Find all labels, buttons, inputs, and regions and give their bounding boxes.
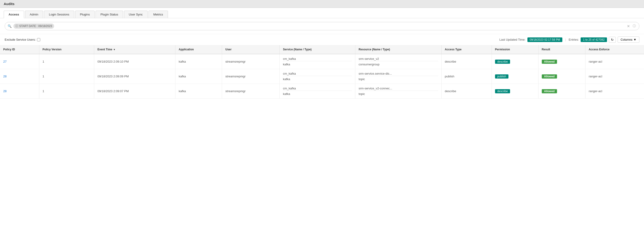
cell-permission: describe — [492, 84, 538, 99]
search-info-icon[interactable]: ⓘ — [633, 24, 636, 28]
cell-user: streamsrepmgr — [222, 84, 280, 99]
cell-policy-version: 1 — [39, 69, 94, 84]
cell-policy-id: 27 — [0, 54, 39, 69]
page-header: Audits — [0, 0, 644, 8]
service-name-item: kafka — [283, 77, 352, 81]
search-icon: 🔍 — [8, 24, 12, 28]
col-policy-version: Policy Version — [39, 45, 94, 54]
col-application: Application — [175, 45, 222, 54]
resource-name-item: topic — [358, 92, 438, 96]
result-badge: Allowed — [542, 60, 557, 64]
cell-access-enforce: ranger-acl — [585, 69, 644, 84]
cell-application: kafka — [175, 84, 222, 99]
right-controls: Last Updated Time: 09/18/2023 02:17:58 P… — [500, 36, 639, 43]
service-name-item: cm_kafka — [283, 86, 352, 91]
col-user: User — [222, 45, 280, 54]
col-policy-id: Policy ID — [0, 45, 39, 54]
tab-user-sync[interactable]: User Sync — [124, 11, 148, 18]
columns-label: Columns — [621, 38, 632, 41]
cell-application: kafka — [175, 69, 222, 84]
service-name-item: kafka — [283, 62, 352, 66]
cell-permission: describe — [492, 54, 538, 69]
tab-admin[interactable]: Admin — [25, 11, 43, 18]
columns-dropdown-icon: ▼ — [633, 38, 636, 41]
cell-event-time: 09/18/2023 2:09:07 PM — [94, 84, 175, 99]
tab-login-sessions[interactable]: Login Sessions — [44, 11, 74, 18]
table-container: Policy ID Policy Version Event Time▼ App… — [0, 45, 644, 99]
cell-access-type: publish — [441, 69, 492, 84]
table-row: 28109/18/2023 2:09:07 PMkafkastreamsrepm… — [0, 84, 644, 99]
permission-badge: publish — [495, 74, 508, 78]
cell-result: Allowed — [538, 69, 585, 84]
cell-event-time: 09/18/2023 2:09:10 PM — [94, 54, 175, 69]
cell-resource: srm-service_v2consumergroup — [355, 54, 442, 69]
policy-id-link[interactable]: 28 — [3, 75, 6, 78]
filter-tag-start-date[interactable]: ⓧ START DATE : 09/18/2023 — [14, 23, 54, 29]
policy-id-link[interactable]: 27 — [3, 60, 6, 63]
search-clear-icon[interactable]: ✕ — [627, 24, 630, 28]
result-badge: Allowed — [542, 74, 557, 78]
cell-access-enforce: ranger-acl — [585, 84, 644, 99]
col-result: Result — [538, 45, 585, 54]
col-service: Service (Name / Type) — [280, 45, 355, 54]
table-row: 27109/18/2023 2:09:10 PMkafkastreamsrepm… — [0, 54, 644, 69]
cell-result: Allowed — [538, 54, 585, 69]
tab-access[interactable]: Access — [4, 11, 24, 18]
cell-event-time: 09/18/2023 2:09:09 PM — [94, 69, 175, 84]
sort-arrow-event-time: ▼ — [113, 48, 116, 51]
cell-user: streamsrepmgr — [222, 69, 280, 84]
separator: | — [565, 38, 566, 41]
entries-label: Entries: — [568, 38, 579, 41]
cell-service: cm_kafkakafka — [280, 69, 355, 84]
filter-remove-icon[interactable]: ⓧ — [15, 24, 18, 28]
col-access-enforce: Access Enforce — [585, 45, 644, 54]
filter-tag-label: START DATE : 09/18/2023 — [19, 24, 52, 28]
cell-policy-id: 28 — [0, 84, 39, 99]
cell-resource: srm-service.service-dis...topic — [355, 69, 442, 84]
permission-badge: describe — [495, 60, 510, 64]
permission-badge: describe — [495, 89, 510, 93]
cell-application: kafka — [175, 54, 222, 69]
service-name-item: kafka — [283, 92, 352, 96]
page-title: Audits — [4, 2, 640, 6]
cell-access-type: describe — [441, 54, 492, 69]
policy-id-link[interactable]: 28 — [3, 89, 6, 93]
table-header-row: Policy ID Policy Version Event Time▼ App… — [0, 45, 644, 54]
service-name-item: cm_kafka — [283, 57, 352, 61]
last-updated-label: Last Updated Time: — [500, 38, 526, 41]
entries-badge: 1 to 25 of 427082 — [580, 37, 607, 42]
tab-metrics[interactable]: Metrics — [148, 11, 168, 18]
cell-user: streamsrepmgr — [222, 54, 280, 69]
cell-permission: publish — [492, 69, 538, 84]
col-event-time[interactable]: Event Time▼ — [94, 45, 175, 54]
exclude-service-users-label: Exclude Service Users: — [5, 38, 36, 41]
service-name-item: cm_kafka — [283, 71, 352, 76]
cell-service: cm_kafkakafka — [280, 54, 355, 69]
search-area: 🔍 ⓧ START DATE : 09/18/2023 ✕ ⓘ — [0, 18, 644, 34]
result-badge: Allowed — [542, 89, 557, 93]
cell-result: Allowed — [538, 84, 585, 99]
col-permission: Permission — [492, 45, 538, 54]
table-controls: Exclude Service Users: Last Updated Time… — [0, 34, 644, 45]
cell-access-enforce: ranger-acl — [585, 54, 644, 69]
refresh-button[interactable]: ↻ — [609, 37, 616, 43]
tab-plugin-status[interactable]: Plugin Status — [96, 11, 123, 18]
exclude-service-users: Exclude Service Users: — [5, 38, 40, 41]
tab-plugins[interactable]: Plugins — [75, 11, 95, 18]
cell-access-type: describe — [441, 84, 492, 99]
col-resource: Resource (Name / Type) — [355, 45, 442, 54]
audit-table: Policy ID Policy Version Event Time▼ App… — [0, 45, 644, 99]
cell-policy-version: 1 — [39, 84, 94, 99]
cell-resource: srm-service_v2-connec...topic — [355, 84, 442, 99]
resource-name-item: consumergroup — [358, 62, 438, 66]
cell-service: cm_kafkakafka — [280, 84, 355, 99]
col-access-type: Access Type — [441, 45, 492, 54]
resource-name-item: topic — [358, 77, 438, 81]
exclude-service-users-checkbox[interactable] — [37, 38, 40, 41]
resource-name-item: srm-service_v2-connec... — [358, 86, 438, 91]
cell-policy-version: 1 — [39, 54, 94, 69]
table-row: 28109/18/2023 2:09:09 PMkafkastreamsrepm… — [0, 69, 644, 84]
columns-button[interactable]: Columns ▼ — [618, 36, 639, 43]
tabs-bar: Access Admin Login Sessions Plugins Plug… — [0, 8, 644, 18]
resource-name-item: srm-service.service-dis... — [358, 71, 438, 76]
